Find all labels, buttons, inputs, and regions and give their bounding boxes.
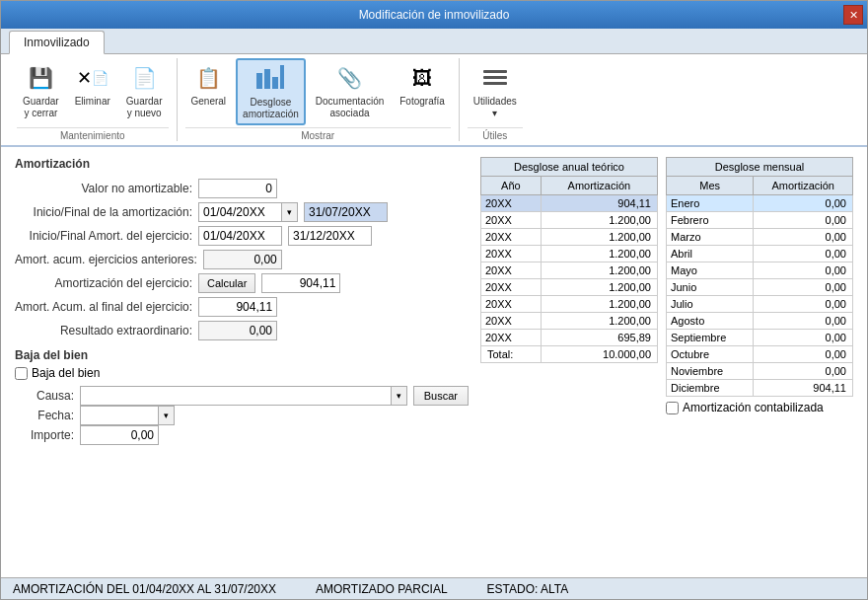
svg-rect-4 [483,70,507,73]
fotografia-button[interactable]: 🖼 Fotografía [394,58,451,112]
documentacion-icon: 📎 [334,62,366,94]
amort-anual-cell: 1.200,00 [541,229,657,246]
estado-status: ESTADO: ALTA [487,582,569,596]
desglose-mensual-row[interactable]: Abril0,00 [667,246,853,262]
desglose-amortizacion-button[interactable]: Desglose amortización [236,58,306,125]
svg-rect-1 [264,69,270,89]
fecha-wrapper: ▾ [80,406,175,425]
mes-cell: Febrero [667,212,754,229]
inicio-fecha-input[interactable] [198,202,282,222]
guardar-nuevo-button[interactable]: 📄 Guardar y nuevo [120,58,169,123]
importe-label: Importe: [15,428,74,442]
valor-no-amortizable-label: Valor no amortizable: [15,182,192,195]
baja-bien-checkbox[interactable] [15,367,28,380]
svg-rect-5 [483,76,507,79]
desglose-mensual-row[interactable]: Octubre0,00 [667,346,853,363]
calcular-button[interactable]: Calcular [198,273,255,293]
causa-input[interactable] [80,386,392,406]
desglose-mensual-table: Desglose mensual Mes Amortización Enero0… [666,157,853,397]
valor-no-amortizable-input[interactable] [198,179,277,198]
amort-acum-label: Amort. acum. ejercicios anteriores: [15,253,197,266]
anio-cell: 20XX [481,313,542,330]
amort-anual-cell: 1.200,00 [541,313,657,330]
amort-contabilizada-row: Amortización contabilizada [666,401,853,414]
causa-dropdown[interactable]: ▾ [392,386,407,406]
desglose-mensual-row[interactable]: Septiembre0,00 [667,330,853,346]
importe-input[interactable] [80,425,159,445]
window-title: Modificación de inmovilizado [359,8,510,22]
mes-cell: Noviembre [667,363,754,380]
desglose-anual-row[interactable]: 20XX1.200,00 [481,262,658,279]
final-amort-input[interactable] [288,226,372,246]
desglose-mensual-row[interactable]: Mayo0,00 [667,262,853,279]
desglose-anual-row[interactable]: 20XX695,89 [481,330,658,346]
amortizacion-ejercicio-input[interactable] [261,273,340,293]
desglose-anual-row[interactable]: 20XX1.200,00 [481,212,658,229]
desglose-mensual-row[interactable]: Noviembre0,00 [667,363,853,380]
tab-inmovilizado[interactable]: Inmovilizado [9,31,105,54]
amort-mensual-cell: 904,11 [754,380,853,397]
final-fecha-input[interactable] [304,202,388,222]
resultado-extraordinario-row: Resultado extraordinario: [15,321,469,340]
anio-cell: 20XX [481,296,542,313]
desglose-amortizacion-label: Desglose amortización [243,97,299,120]
amort-mensual-cell: 0,00 [754,229,853,246]
col-amortizacion-header: Amortización [541,177,657,195]
fecha-dropdown[interactable]: ▾ [159,406,175,425]
documentacion-button[interactable]: 📎 Documentación asociada [310,58,390,123]
desglose-anual-title: Desglose anual teórico [481,158,658,177]
total-label: Total: [481,346,542,363]
desglose-icon [254,63,286,95]
general-button[interactable]: 📋 General [185,58,233,112]
fotografia-icon: 🖼 [406,62,438,94]
col-anio-header: Año [481,177,542,195]
inicio-amort-input[interactable] [198,226,282,246]
desglose-mensual-row[interactable]: Diciembre904,11 [667,380,853,397]
desglose-anual-row[interactable]: 20XX1.200,00 [481,279,658,296]
ribbon-group-mantenimiento: 💾 Guardar y cerrar ✕📄 Eliminar 📄 Guardar… [9,58,178,141]
amort-acum-final-input[interactable] [198,297,277,317]
col-amortizacion-mensual-header: Amortización [754,177,853,195]
desglose-mensual-row[interactable]: Enero0,00 [667,195,853,212]
fecha-input[interactable] [80,406,159,425]
mes-cell: Abril [667,246,754,262]
importe-row: Importe: [15,425,469,445]
amort-contabilizada-checkbox[interactable] [666,402,679,414]
title-bar: Modificación de inmovilizado ✕ [1,1,867,29]
close-button[interactable]: ✕ [843,5,863,25]
desglose-anual-row[interactable]: 20XX1.200,00 [481,229,658,246]
amort-acum-row: Amort. acum. ejercicios anteriores: [15,250,469,269]
desglose-anual-panel: Desglose anual teórico Año Amortización … [480,157,658,567]
desglose-mensual-row[interactable]: Marzo0,00 [667,229,853,246]
inicio-final-amort-label: Inicio/Final Amort. del ejercicio: [15,229,192,243]
mes-cell: Mayo [667,262,754,279]
eliminar-button[interactable]: ✕📄 Eliminar [69,58,116,112]
anio-cell: 20XX [481,262,542,279]
desglose-anual-row[interactable]: 20XX1.200,00 [481,246,658,262]
desglose-mensual-row[interactable]: Febrero0,00 [667,212,853,229]
resultado-extraordinario-input[interactable] [198,321,277,340]
utilidades-icon [479,62,511,94]
utilidades-button[interactable]: Utilidades▾ [468,58,523,123]
desglose-mensual-row[interactable]: Agosto0,00 [667,313,853,330]
col-mes-header: Mes [667,177,754,195]
amortizacion-section: Amortización Valor no amortizable: Inici… [15,157,469,340]
amort-anual-cell: 1.200,00 [541,212,657,229]
eliminar-icon: ✕📄 [77,62,108,94]
amort-acum-input[interactable] [203,250,282,269]
save-close-icon: 💾 [25,62,56,94]
desglose-anual-row[interactable]: 20XX1.200,00 [481,313,658,330]
desglose-mensual-title: Desglose mensual [667,158,853,177]
inicio-fecha-dropdown[interactable]: ▾ [282,202,298,222]
amort-anual-cell: 695,89 [541,330,657,346]
desglose-mensual-row[interactable]: Junio0,00 [667,279,853,296]
desglose-mensual-row[interactable]: Julio0,00 [667,296,853,313]
buscar-button[interactable]: Buscar [413,386,469,406]
desglose-anual-table: Desglose anual teórico Año Amortización … [480,157,658,363]
amort-anual-cell: 904,11 [541,195,657,212]
left-panel: Amortización Valor no amortizable: Inici… [15,157,469,567]
desglose-anual-row[interactable]: 20XX1.200,00 [481,296,658,313]
guardar-cerrar-button[interactable]: 💾 Guardar y cerrar [17,58,65,123]
right-panels: Desglose anual teórico Año Amortización … [480,157,853,567]
desglose-anual-row[interactable]: 20XX904,11 [481,195,658,212]
